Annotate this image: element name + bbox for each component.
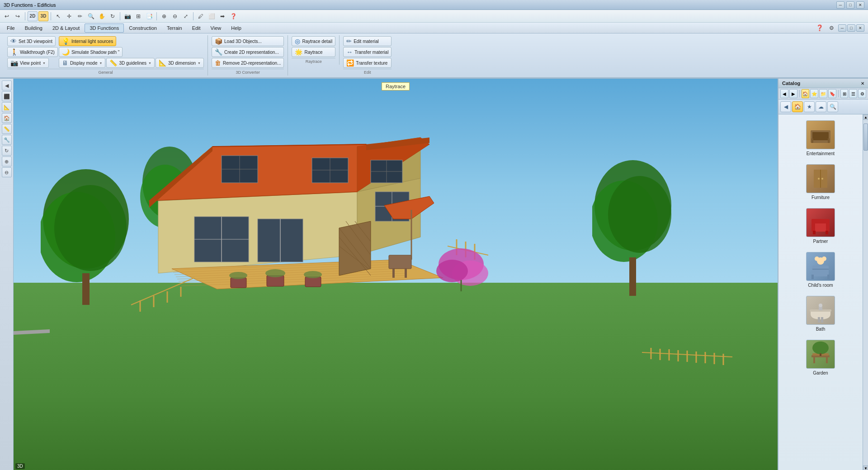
transfer-material-label: Transfer material xyxy=(354,50,388,55)
close-button[interactable]: ✕ xyxy=(856,1,864,9)
scroll-down-arrow[interactable]: ▼ xyxy=(863,465,868,470)
menu-edit[interactable]: Edit xyxy=(187,24,206,33)
grid-icon[interactable]: ⊞ xyxy=(133,11,143,21)
svg-point-112 xyxy=(819,304,822,307)
remove-2d-rep-btn[interactable]: 🗑 Remove 2D-representation... xyxy=(212,58,284,68)
catalog-item-garden[interactable]: Garden xyxy=(801,337,840,378)
childs-room-thumb xyxy=(806,252,835,281)
eraser-icon[interactable]: ⬜ xyxy=(207,11,217,21)
catalog-tb-home[interactable]: 🏠 xyxy=(792,101,803,112)
display-mode-btn[interactable]: 🖥 Display mode ▼ xyxy=(59,58,106,68)
menu-3d-functions[interactable]: 3D Functions xyxy=(85,24,124,33)
draw-icon[interactable]: ✏ xyxy=(75,11,85,21)
catalog-list-btn[interactable]: ☰ xyxy=(849,89,857,98)
restore-button[interactable]: □ xyxy=(846,1,854,9)
zoom-icon[interactable]: 🔍 xyxy=(86,11,96,21)
catalog-tb-back[interactable]: ◀ xyxy=(780,101,791,112)
panel-close-btn[interactable]: ✕ xyxy=(856,24,864,32)
internal-light-sources-btn[interactable]: 💡 internal-light-sources Internal light … xyxy=(59,36,116,46)
scroll-up-arrow[interactable]: ▲ xyxy=(863,114,868,120)
left-btn-1[interactable]: ◀ xyxy=(2,81,12,90)
svg-rect-100 xyxy=(812,266,829,276)
zoom-out-icon[interactable]: ⊖ xyxy=(170,11,180,21)
catalog-header-close[interactable]: ✕ xyxy=(861,81,864,86)
move-icon[interactable]: ✛ xyxy=(64,11,74,21)
menu-2d-layout[interactable]: 2D & Layout xyxy=(47,24,85,33)
catalog-forward-btn[interactable]: ▶ xyxy=(789,89,797,98)
raytrace-tooltip: Raytrace xyxy=(382,82,410,90)
catalog-tb-search[interactable]: 🔍 xyxy=(827,101,838,112)
3d-dimension-btn[interactable]: 📐 3D dimension ▼ xyxy=(156,58,204,68)
set-3d-viewpoint-btn[interactable]: 👁 Set 3D viewpoint xyxy=(7,36,56,46)
catalog-item-partner[interactable]: Partner xyxy=(801,206,840,246)
2d-mode-btn[interactable]: 2D xyxy=(28,11,38,21)
catalog-item-bath[interactable]: Bath xyxy=(801,294,840,334)
left-btn-4[interactable]: 🏠 xyxy=(2,113,12,123)
redo-icon[interactable]: ↪ xyxy=(13,11,23,21)
menu-file[interactable]: File xyxy=(2,24,20,33)
catalog-folder-btn[interactable]: 📁 xyxy=(819,89,827,98)
ribbon-general-label: General xyxy=(7,69,204,75)
pencil-icon[interactable]: 🖊 xyxy=(196,11,206,21)
left-btn-2[interactable]: ⬛ xyxy=(2,91,12,101)
menu-help[interactable]: Help xyxy=(226,24,246,33)
catalog-star-btn[interactable]: ⭐ xyxy=(810,89,818,98)
bath-thumb xyxy=(806,296,835,325)
pan-icon[interactable]: ✋ xyxy=(97,11,107,21)
camera-icon[interactable]: 📷 xyxy=(123,11,132,21)
raytrace-icon: 🌟 xyxy=(295,48,302,56)
help-icon[interactable]: ❓ xyxy=(228,11,238,21)
left-btn-3[interactable]: 📐 xyxy=(2,102,12,112)
left-btn-8[interactable]: ⊕ xyxy=(2,157,12,166)
rotate-icon[interactable]: ↻ xyxy=(108,11,118,21)
raytrace-btn[interactable]: 🌟 Raytrace xyxy=(292,47,335,57)
catalog-item-furniture[interactable]: Furniture xyxy=(801,162,840,202)
simulate-shadow-btn[interactable]: 🌙 Simulate Shadow path " xyxy=(59,47,123,57)
left-btn-5[interactable]: 📏 xyxy=(2,124,12,134)
3d-guidelines-btn[interactable]: 📏 3D guidelines ▼ xyxy=(106,58,155,68)
scroll-thumb[interactable] xyxy=(863,123,868,151)
catalog-view-btn[interactable]: ⊞ xyxy=(840,89,849,98)
catalog-item-entertainment[interactable]: Entertainment xyxy=(801,118,840,158)
walkthrough-btn[interactable]: 🚶 Walkthrough (F2) xyxy=(7,47,58,57)
catalog-item-childs-room[interactable]: Child's room xyxy=(801,250,840,290)
ribbon-raytrace-col: ◎ Raytrace detail 🌟 Raytrace xyxy=(292,36,335,57)
edit-material-btn[interactable]: ✏ Edit material xyxy=(343,36,392,46)
create-2d-rep-btn[interactable]: 🔧 Create 2D representation... xyxy=(212,47,284,57)
minimize-button[interactable]: ─ xyxy=(836,1,844,9)
layers-icon[interactable]: 📑 xyxy=(144,11,154,21)
menu-building[interactable]: Building xyxy=(20,24,47,33)
transfer-texture-btn[interactable]: 🔁 Transfer texture xyxy=(343,58,392,68)
catalog-bookmark-btn[interactable]: 🔖 xyxy=(828,89,836,98)
left-btn-6[interactable]: 🔧 xyxy=(2,135,12,145)
raytrace-detail-btn[interactable]: ◎ Raytrace detail xyxy=(292,36,335,46)
undo-icon[interactable]: ↩ xyxy=(2,11,12,21)
menu-terrain[interactable]: Terrain xyxy=(162,24,187,33)
catalog-back-btn[interactable]: ◀ xyxy=(780,89,788,98)
load-3d-objects-btn[interactable]: 📦 Load 3D Objects... xyxy=(212,36,284,46)
catalog-scrollbar[interactable]: ▲ ▼ xyxy=(863,114,868,470)
panel-min-btn[interactable]: ─ xyxy=(838,24,846,32)
catalog-tb-favorite[interactable]: ★ xyxy=(804,101,815,112)
svg-rect-99 xyxy=(826,231,828,234)
catalog-home-btn[interactable]: 🏠 xyxy=(802,89,810,98)
garden-thumb xyxy=(806,340,835,369)
menu-view[interactable]: View xyxy=(206,24,226,33)
3d-mode-btn[interactable]: 3D xyxy=(38,11,48,21)
panel-max-btn[interactable]: □ xyxy=(847,24,855,32)
arrow-icon[interactable]: ➡ xyxy=(217,11,227,21)
catalog-settings-btn[interactable]: ⚙ xyxy=(858,89,866,98)
menu-construction[interactable]: Construction xyxy=(124,24,162,33)
transfer-material-btn[interactable]: ↔ Transfer material xyxy=(343,47,392,57)
left-btn-9[interactable]: ⊖ xyxy=(2,167,12,177)
internal-light-label-text: Internal light sources xyxy=(71,39,113,44)
view-point-btn[interactable]: 📷 View point ▼ xyxy=(7,58,49,68)
catalog-tb-cloud[interactable]: ☁ xyxy=(816,101,826,112)
zoom-in-icon[interactable]: ⊕ xyxy=(159,11,169,21)
left-btn-7[interactable]: ↻ xyxy=(2,146,12,156)
settings-icon[interactable]: ⚙ xyxy=(826,23,836,33)
help-q-icon[interactable]: ❓ xyxy=(815,23,825,33)
simulate-shadow-label: Simulate Shadow path " xyxy=(71,50,119,55)
fit-icon[interactable]: ⤢ xyxy=(181,11,191,21)
select-icon[interactable]: ↖ xyxy=(53,11,63,21)
